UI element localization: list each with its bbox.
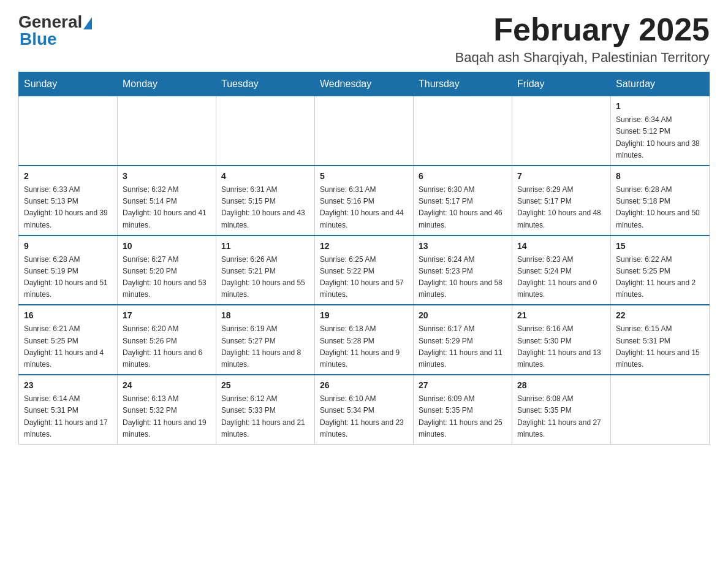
calendar-cell	[512, 96, 611, 166]
header-wednesday: Wednesday	[315, 72, 414, 96]
day-number: 6	[419, 170, 507, 183]
day-info: Sunrise: 6:34 AMSunset: 5:12 PMDaylight:…	[616, 114, 704, 161]
day-number: 20	[419, 309, 507, 322]
calendar-cell: 15Sunrise: 6:22 AMSunset: 5:25 PMDayligh…	[611, 236, 710, 305]
day-info: Sunrise: 6:19 AMSunset: 5:27 PMDaylight:…	[221, 323, 309, 370]
day-number: 26	[320, 379, 408, 392]
day-number: 25	[221, 379, 309, 392]
logo-blue-text: Blue	[20, 29, 57, 49]
day-number: 16	[24, 309, 112, 322]
calendar-cell: 22Sunrise: 6:15 AMSunset: 5:31 PMDayligh…	[611, 305, 710, 375]
day-info: Sunrise: 6:31 AMSunset: 5:16 PMDaylight:…	[320, 184, 408, 231]
day-info: Sunrise: 6:18 AMSunset: 5:28 PMDaylight:…	[320, 323, 408, 370]
day-info: Sunrise: 6:27 AMSunset: 5:20 PMDaylight:…	[123, 254, 211, 301]
day-number: 15	[616, 240, 704, 253]
day-number: 7	[517, 170, 605, 183]
page-header: General Blue February 2025 Baqah ash Sha…	[18, 12, 710, 66]
calendar-cell: 23Sunrise: 6:14 AMSunset: 5:31 PMDayligh…	[19, 375, 118, 444]
day-number: 17	[123, 309, 211, 322]
title-block: February 2025 Baqah ash Sharqiyah, Pales…	[455, 12, 710, 66]
day-number: 22	[616, 309, 704, 322]
calendar-week-1: 1Sunrise: 6:34 AMSunset: 5:12 PMDaylight…	[19, 96, 710, 166]
day-number: 12	[320, 240, 408, 253]
calendar-cell: 14Sunrise: 6:23 AMSunset: 5:24 PMDayligh…	[512, 236, 611, 305]
day-number: 21	[517, 309, 605, 322]
day-info: Sunrise: 6:14 AMSunset: 5:31 PMDaylight:…	[24, 393, 112, 440]
calendar-cell: 27Sunrise: 6:09 AMSunset: 5:35 PMDayligh…	[414, 375, 512, 444]
header-monday: Monday	[118, 72, 216, 96]
calendar-cell: 16Sunrise: 6:21 AMSunset: 5:25 PMDayligh…	[19, 305, 118, 375]
day-number: 9	[24, 240, 112, 253]
header-sunday: Sunday	[19, 72, 118, 96]
day-number: 18	[221, 309, 309, 322]
calendar-cell: 9Sunrise: 6:28 AMSunset: 5:19 PMDaylight…	[19, 236, 118, 305]
day-info: Sunrise: 6:15 AMSunset: 5:31 PMDaylight:…	[616, 323, 704, 370]
day-info: Sunrise: 6:16 AMSunset: 5:30 PMDaylight:…	[517, 323, 605, 370]
calendar-cell: 2Sunrise: 6:33 AMSunset: 5:13 PMDaylight…	[19, 166, 118, 236]
day-number: 27	[419, 379, 507, 392]
day-number: 10	[123, 240, 211, 253]
header-friday: Friday	[512, 72, 611, 96]
header-thursday: Thursday	[414, 72, 512, 96]
calendar-subtitle: Baqah ash Sharqiyah, Palestinian Territo…	[455, 50, 710, 66]
calendar-cell: 12Sunrise: 6:25 AMSunset: 5:22 PMDayligh…	[315, 236, 414, 305]
day-info: Sunrise: 6:29 AMSunset: 5:17 PMDaylight:…	[517, 184, 605, 231]
calendar-cell: 1Sunrise: 6:34 AMSunset: 5:12 PMDaylight…	[611, 96, 710, 166]
calendar-cell	[611, 375, 710, 444]
day-number: 2	[24, 170, 112, 183]
calendar-cell: 13Sunrise: 6:24 AMSunset: 5:23 PMDayligh…	[414, 236, 512, 305]
calendar-cell	[19, 96, 118, 166]
calendar-cell: 21Sunrise: 6:16 AMSunset: 5:30 PMDayligh…	[512, 305, 611, 375]
day-info: Sunrise: 6:23 AMSunset: 5:24 PMDaylight:…	[517, 254, 605, 301]
calendar-cell: 18Sunrise: 6:19 AMSunset: 5:27 PMDayligh…	[216, 305, 315, 375]
day-info: Sunrise: 6:30 AMSunset: 5:17 PMDaylight:…	[419, 184, 507, 231]
calendar-week-5: 23Sunrise: 6:14 AMSunset: 5:31 PMDayligh…	[19, 375, 710, 444]
calendar-cell	[118, 96, 216, 166]
day-info: Sunrise: 6:22 AMSunset: 5:25 PMDaylight:…	[616, 254, 704, 301]
day-info: Sunrise: 6:20 AMSunset: 5:26 PMDaylight:…	[123, 323, 211, 370]
day-info: Sunrise: 6:12 AMSunset: 5:33 PMDaylight:…	[221, 393, 309, 440]
calendar-cell: 11Sunrise: 6:26 AMSunset: 5:21 PMDayligh…	[216, 236, 315, 305]
calendar-cell: 17Sunrise: 6:20 AMSunset: 5:26 PMDayligh…	[118, 305, 216, 375]
calendar-cell: 20Sunrise: 6:17 AMSunset: 5:29 PMDayligh…	[414, 305, 512, 375]
calendar-table: SundayMondayTuesdayWednesdayThursdayFrid…	[18, 72, 710, 445]
day-info: Sunrise: 6:31 AMSunset: 5:15 PMDaylight:…	[221, 184, 309, 231]
day-number: 5	[320, 170, 408, 183]
day-number: 13	[419, 240, 507, 253]
calendar-week-3: 9Sunrise: 6:28 AMSunset: 5:19 PMDaylight…	[19, 236, 710, 305]
day-info: Sunrise: 6:08 AMSunset: 5:35 PMDaylight:…	[517, 393, 605, 440]
calendar-title: February 2025	[455, 12, 710, 47]
calendar-cell: 10Sunrise: 6:27 AMSunset: 5:20 PMDayligh…	[118, 236, 216, 305]
day-number: 3	[123, 170, 211, 183]
calendar-cell	[414, 96, 512, 166]
day-info: Sunrise: 6:32 AMSunset: 5:14 PMDaylight:…	[123, 184, 211, 231]
day-number: 24	[123, 379, 211, 392]
calendar-cell: 26Sunrise: 6:10 AMSunset: 5:34 PMDayligh…	[315, 375, 414, 444]
logo-triangle-icon	[83, 17, 92, 29]
day-number: 19	[320, 309, 408, 322]
calendar-cell	[216, 96, 315, 166]
calendar-cell: 28Sunrise: 6:08 AMSunset: 5:35 PMDayligh…	[512, 375, 611, 444]
day-info: Sunrise: 6:13 AMSunset: 5:32 PMDaylight:…	[123, 393, 211, 440]
calendar-cell: 19Sunrise: 6:18 AMSunset: 5:28 PMDayligh…	[315, 305, 414, 375]
day-info: Sunrise: 6:10 AMSunset: 5:34 PMDaylight:…	[320, 393, 408, 440]
calendar-week-2: 2Sunrise: 6:33 AMSunset: 5:13 PMDaylight…	[19, 166, 710, 236]
calendar-cell: 4Sunrise: 6:31 AMSunset: 5:15 PMDaylight…	[216, 166, 315, 236]
logo: General Blue	[18, 12, 92, 49]
day-info: Sunrise: 6:24 AMSunset: 5:23 PMDaylight:…	[419, 254, 507, 301]
calendar-header-row: SundayMondayTuesdayWednesdayThursdayFrid…	[19, 72, 710, 96]
day-number: 23	[24, 379, 112, 392]
calendar-cell: 24Sunrise: 6:13 AMSunset: 5:32 PMDayligh…	[118, 375, 216, 444]
day-info: Sunrise: 6:28 AMSunset: 5:19 PMDaylight:…	[24, 254, 112, 301]
day-info: Sunrise: 6:09 AMSunset: 5:35 PMDaylight:…	[419, 393, 507, 440]
day-info: Sunrise: 6:21 AMSunset: 5:25 PMDaylight:…	[24, 323, 112, 370]
header-saturday: Saturday	[611, 72, 710, 96]
day-number: 1	[616, 100, 704, 113]
calendar-cell: 7Sunrise: 6:29 AMSunset: 5:17 PMDaylight…	[512, 166, 611, 236]
day-info: Sunrise: 6:25 AMSunset: 5:22 PMDaylight:…	[320, 254, 408, 301]
day-number: 11	[221, 240, 309, 253]
day-info: Sunrise: 6:28 AMSunset: 5:18 PMDaylight:…	[616, 184, 704, 231]
calendar-cell: 3Sunrise: 6:32 AMSunset: 5:14 PMDaylight…	[118, 166, 216, 236]
calendar-cell: 25Sunrise: 6:12 AMSunset: 5:33 PMDayligh…	[216, 375, 315, 444]
calendar-cell: 8Sunrise: 6:28 AMSunset: 5:18 PMDaylight…	[611, 166, 710, 236]
